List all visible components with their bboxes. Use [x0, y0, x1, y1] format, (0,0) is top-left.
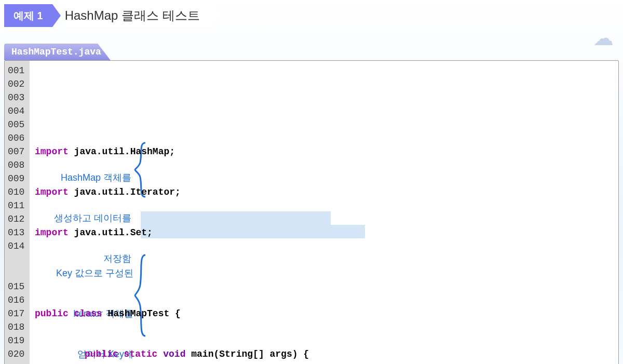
annotation-iterator: Key 값으로 구성된 Iterator 객체를 얻어서 Key에 해당하는 v… [32, 239, 133, 364]
example-badge: 예제 1 [4, 4, 52, 27]
line-number-gutter: 001002003 004005006 007008009 010011012 … [5, 61, 30, 364]
file-tab: HashMapTest.java [4, 44, 111, 60]
example-title: HashMap 클래스 테스트 [65, 4, 214, 27]
cloud-icon: ☁ [593, 26, 614, 50]
example-header: 예제 1 HashMap 클래스 테스트 [4, 4, 619, 27]
code-content: import java.util.HashMap; import java.ut… [30, 61, 618, 364]
code-block: 001002003 004005006 007008009 010011012 … [4, 60, 619, 364]
highlight [141, 211, 331, 225]
